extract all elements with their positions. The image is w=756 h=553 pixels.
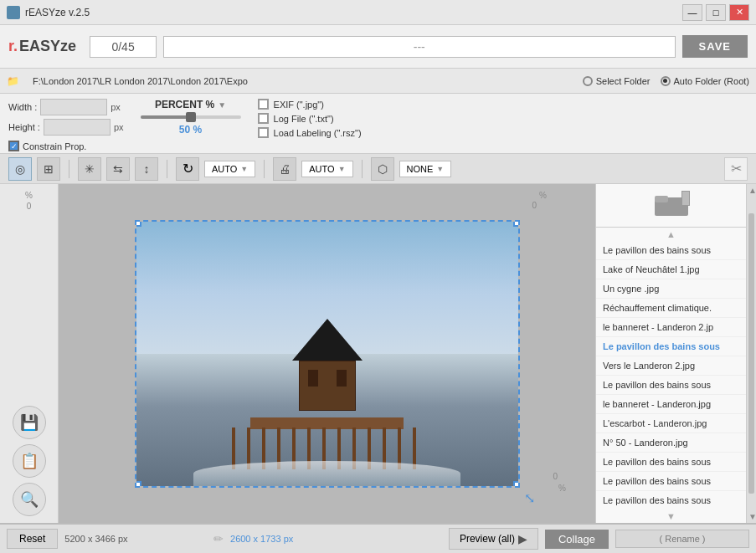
file-item[interactable]: L'escarbot - Landeron.jpg [596, 414, 746, 433]
auto-folder-label: Auto Folder (Root) [674, 76, 749, 86]
flip-v-button[interactable]: ↕ [135, 157, 158, 181]
new-size[interactable]: 2600 x 1733 px [230, 534, 293, 544]
percent-label: PERCENT % ▼ [155, 99, 226, 110]
file-list: Le pavillon des bains sousLake of Neuchâ… [596, 241, 746, 509]
rotate-button[interactable]: ↻ [176, 157, 199, 181]
auto-folder-circle [661, 76, 671, 86]
separator-1 [69, 160, 69, 178]
width-label: Width : [8, 102, 37, 112]
logo: r. EASYze [8, 38, 76, 55]
none-arrow: ▼ [436, 165, 444, 173]
file-list-scrollbar[interactable]: ▲ ▼ [746, 184, 756, 523]
none-label: NONE [407, 164, 434, 174]
height-unit: px [114, 122, 124, 132]
auto-rotate-label: AUTO [212, 164, 237, 174]
file-item[interactable]: Le pavillon des bains sous [596, 241, 746, 260]
close-button[interactable]: ✕ [729, 4, 749, 21]
minimize-button[interactable]: — [682, 4, 702, 21]
grid-tool-button[interactable]: ⊞ [37, 157, 60, 181]
scroll-top-arrow[interactable]: ▲ [747, 184, 756, 197]
left-panel: % 0 💾 📋 🔍 [0, 184, 59, 523]
file-item[interactable]: Le pavillon des bains sous [596, 491, 746, 509]
slider-thumb[interactable] [186, 112, 196, 122]
corner-handle-tr[interactable] [513, 220, 520, 227]
exif-checkbox[interactable] [258, 99, 269, 110]
collage-button[interactable]: Collage [545, 530, 609, 549]
percent-bar-vertical: % 0 [0, 191, 58, 211]
print-button[interactable]: 🖨 [273, 157, 296, 181]
save-disk-button[interactable]: 💾 [13, 406, 46, 439]
folder-display [655, 191, 688, 220]
copy-button[interactable]: 📋 [13, 444, 46, 478]
none-dropdown[interactable]: NONE ▼ [399, 161, 452, 177]
file-item[interactable]: Vers le Landeron 2.jpg [596, 356, 746, 376]
star-tool-button[interactable]: ✳ [78, 157, 101, 181]
size-group: Width : px Height : px ✓ Constrain Prop. [8, 99, 124, 151]
file-item[interactable]: Lake of Neuchâtel 1.jpg [596, 260, 746, 279]
preview-button[interactable]: Preview (all) ▶ [449, 528, 538, 550]
percent-dropdown-arrow[interactable]: ▼ [218, 100, 226, 110]
roof-shape [292, 319, 363, 361]
save-button[interactable]: SAVE [682, 35, 748, 58]
scissors-button[interactable]: ✂ [724, 157, 748, 181]
filter-button[interactable]: ⬡ [371, 157, 394, 181]
file-item[interactable]: Le pavillon des bains sous [596, 453, 746, 472]
height-row: Height : px [8, 119, 124, 136]
app-title: rEASYze v.2.5 [25, 7, 682, 18]
height-input[interactable] [44, 119, 111, 136]
options-group: EXIF (".jpg") Log File (".txt") Load Lab… [258, 99, 362, 138]
folder-icon: 📁 [7, 75, 19, 87]
corner-handle-br[interactable] [513, 481, 520, 488]
auto-folder-radio[interactable]: Auto Folder (Root) [661, 76, 749, 86]
file-item[interactable]: Le pavillon des bains sous [596, 376, 746, 395]
slider-track[interactable] [141, 115, 241, 119]
log-option[interactable]: Log File (".txt") [258, 113, 362, 124]
flip-h-button[interactable]: ⇆ [106, 157, 130, 181]
corner-handle-tl[interactable] [135, 220, 141, 227]
main-content: % 0 💾 📋 🔍 0 % [0, 184, 756, 523]
search-button[interactable]: 🔍 [13, 483, 46, 516]
select-folder-circle [583, 76, 593, 86]
folder-tab [681, 191, 690, 206]
building-group [292, 319, 363, 411]
image-content [136, 222, 518, 486]
window-left [308, 370, 318, 387]
resize-icon[interactable]: ⤡ [524, 490, 535, 506]
image-frame[interactable] [135, 220, 520, 488]
scroll-down-indicator[interactable]: ▼ [596, 509, 746, 523]
percent-group: PERCENT % ▼ 50 % [141, 99, 241, 136]
file-item[interactable]: N° 50 - Landeron.jpg [596, 433, 746, 453]
file-item[interactable]: Le pavillon des bains sous [596, 337, 746, 356]
load-option[interactable]: Load Labeling (".rsz") [258, 127, 362, 138]
file-item[interactable]: Réchauffement climatique. [596, 299, 746, 318]
height-label: Height : [8, 122, 40, 132]
log-checkbox[interactable] [258, 113, 269, 124]
file-item[interactable]: Un cygne .jpg [596, 279, 746, 299]
circle-tool-button[interactable]: ◎ [8, 157, 32, 181]
auto-print-dropdown[interactable]: AUTO ▼ [301, 161, 352, 177]
auto-print-arrow: ▼ [338, 165, 346, 173]
file-item[interactable]: Le pavillon des bains sous [596, 472, 746, 491]
controls-row: Width : px Height : px ✓ Constrain Prop.… [0, 94, 756, 154]
log-label: Log File (".txt") [274, 114, 334, 124]
scroll-bottom-arrow[interactable]: ▼ [747, 510, 756, 523]
right-panel: ▲ Le pavillon des bains sousLake of Neuc… [595, 184, 746, 523]
scrollbar-thumb[interactable] [748, 213, 754, 494]
select-folder-radio[interactable]: Select Folder [583, 76, 651, 86]
exif-option[interactable]: EXIF (".jpg") [258, 99, 362, 110]
path-text: F:\London 2017\LR London 2017\London 201… [33, 76, 573, 86]
scroll-up-indicator[interactable]: ▲ [596, 228, 746, 241]
constrain-checkbox[interactable]: ✓ [8, 141, 19, 151]
corner-handle-bl[interactable] [135, 481, 141, 488]
auto-rotate-dropdown[interactable]: AUTO ▼ [204, 161, 255, 177]
rename-button[interactable]: ( Rename ) [615, 530, 749, 548]
width-input[interactable] [40, 99, 107, 115]
percent-value: 50 % [179, 124, 202, 136]
constrain-label: Constrain Prop. [23, 141, 86, 151]
maximize-button[interactable]: □ [706, 4, 726, 21]
file-item[interactable]: le banneret - Landeron.jpg [596, 395, 746, 414]
reset-button[interactable]: Reset [7, 529, 58, 549]
file-item[interactable]: le banneret - Landeron 2.jp [596, 318, 746, 337]
edit-pencil-icon[interactable]: ✏ [213, 532, 224, 545]
load-checkbox[interactable] [258, 127, 269, 138]
